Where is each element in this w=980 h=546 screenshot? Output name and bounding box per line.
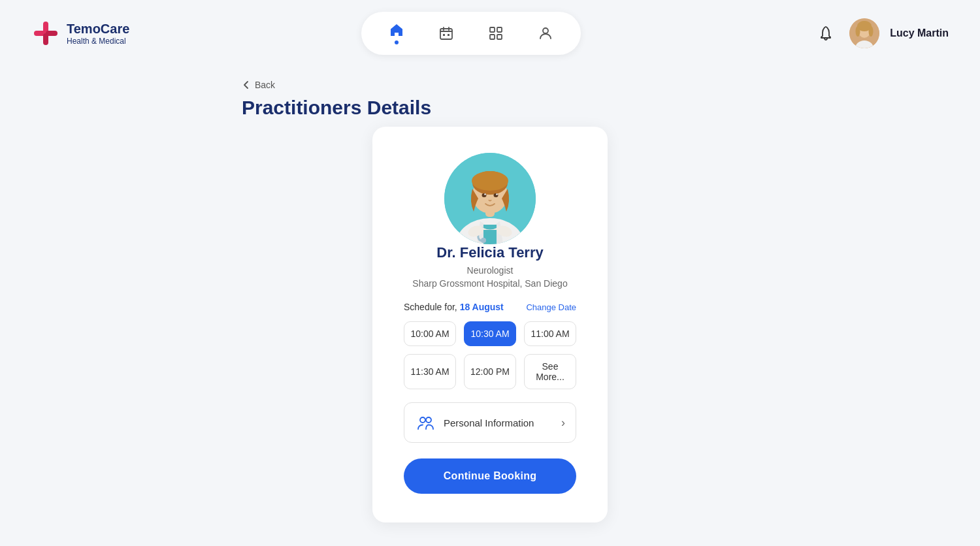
svg-point-33 (420, 417, 425, 423)
svg-point-17 (869, 26, 874, 37)
time-slot-1100[interactable]: 11:00 AM (524, 321, 576, 346)
time-row-1: 10:00 AM 10:30 AM 11:00 AM (404, 321, 576, 346)
nav-bar (361, 12, 581, 55)
change-date-link[interactable]: Change Date (526, 302, 576, 312)
app-name: TemoCare (67, 21, 129, 37)
back-arrow-icon (242, 80, 251, 89)
doctor-name: Dr. Felicia Terry (436, 244, 543, 261)
personal-info-label: Personal Information (444, 417, 534, 428)
doctor-avatar (444, 153, 536, 244)
page-title: Practitioners Details (242, 97, 738, 119)
svg-rect-3 (43, 33, 48, 45)
personal-info-row[interactable]: Personal Information › (404, 402, 576, 443)
schedule-header: Schedule for, 18 August Change Date (404, 302, 576, 312)
calendar-icon (438, 25, 454, 41)
continue-booking-button[interactable]: Continue Booking (404, 458, 576, 494)
back-label: Back (255, 80, 275, 90)
user-avatar (849, 18, 879, 48)
schedule-label: Schedule for, 18 August (404, 302, 504, 312)
profile-icon (538, 25, 553, 41)
svg-rect-6 (448, 34, 449, 36)
people-icon (416, 413, 434, 432)
user-area: Lucy Martin (813, 18, 949, 48)
svg-point-22 (481, 238, 486, 243)
svg-rect-8 (497, 27, 502, 32)
svg-rect-10 (497, 35, 502, 39)
list-icon (488, 25, 504, 41)
avatar-face-svg (849, 18, 879, 48)
svg-rect-5 (443, 34, 445, 36)
time-slots: 10:00 AM 10:30 AM 11:00 AM 11:30 AM 12:0… (404, 321, 576, 389)
nav-home[interactable] (382, 18, 411, 48)
svg-point-32 (496, 193, 497, 195)
user-name: Lucy Martin (890, 27, 949, 39)
nav-calendar[interactable] (432, 22, 461, 45)
nav-profile[interactable] (531, 22, 560, 45)
home-icon (389, 22, 404, 38)
header: TemoCare Health & Medical (0, 0, 980, 67)
logo-icon (31, 19, 60, 48)
logo-text: TemoCare Health & Medical (67, 21, 129, 46)
nav-active-dot (395, 40, 399, 44)
schedule-date: 18 August (460, 302, 504, 312)
svg-point-31 (484, 193, 485, 195)
personal-info-icon (415, 412, 436, 433)
doctor-avatar-svg (444, 153, 536, 244)
back-link[interactable]: Back (242, 80, 738, 90)
time-slot-1200[interactable]: 12:00 PM (464, 354, 516, 389)
time-row-2: 11:30 AM 12:00 PM See More... (404, 354, 576, 389)
time-slot-1030[interactable]: 10:30 AM (464, 321, 516, 346)
svg-rect-9 (490, 35, 495, 39)
doctor-specialty: Neurologist (467, 265, 514, 276)
main-content: Back Practitioners Details (0, 67, 980, 546)
svg-point-11 (543, 28, 548, 33)
personal-info-left: Personal Information (415, 412, 534, 433)
chevron-right-icon: › (561, 416, 565, 430)
svg-point-16 (856, 26, 860, 37)
time-slot-1130[interactable]: 11:30 AM (404, 354, 456, 389)
time-slot-1000[interactable]: 10:00 AM (404, 321, 456, 346)
practitioner-card: Dr. Felicia Terry Neurologist Sharp Gros… (372, 127, 608, 522)
notification-bell-button[interactable] (813, 20, 839, 46)
doctor-hospital: Sharp Grossmont Hospital, San Diego (412, 278, 567, 289)
nav-list[interactable] (482, 22, 510, 45)
svg-rect-7 (490, 27, 495, 32)
svg-point-34 (426, 417, 431, 423)
logo-area: TemoCare Health & Medical (31, 19, 129, 48)
svg-point-28 (472, 171, 508, 191)
see-more-button[interactable]: See More... (524, 354, 576, 389)
page-header: Back Practitioners Details (242, 80, 738, 119)
bell-icon (817, 25, 834, 42)
svg-rect-4 (440, 29, 452, 39)
app-tagline: Health & Medical (67, 37, 129, 46)
